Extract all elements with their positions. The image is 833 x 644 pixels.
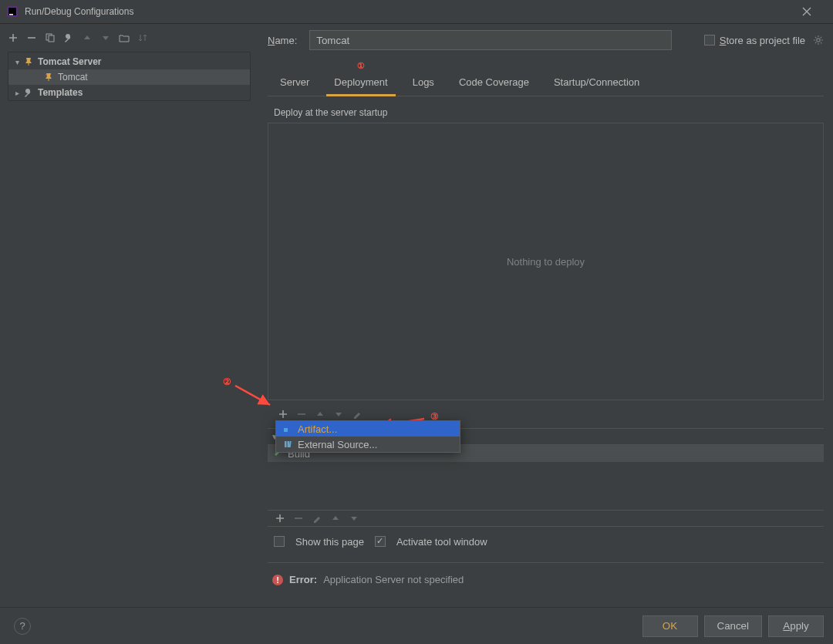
move-down-button [99, 31, 113, 45]
store-as-project-file-checkbox[interactable] [704, 35, 715, 46]
chevron-right-icon: ▸ [12, 89, 22, 97]
gear-icon[interactable] [813, 35, 824, 46]
name-label: Name: [268, 35, 297, 46]
error-message: Application Server not specified [323, 574, 464, 585]
tree-config-tomcat[interactable]: Tomcat [8, 69, 250, 85]
store-as-project-file-label: Store as project file [720, 35, 805, 46]
deploy-move-down-button [332, 408, 345, 420]
tab-server[interactable]: Server [268, 70, 322, 96]
tab-bar: Server Deployment ① Logs Code Coverage S… [268, 70, 824, 96]
library-icon [282, 439, 293, 450]
show-this-page-checkbox[interactable] [274, 536, 285, 547]
apply-button[interactable]: Apply [768, 615, 824, 637]
config-tree[interactable]: ▾ Tomcat Server Tomcat ▸ Templates [8, 52, 251, 101]
activate-tool-window-label: Activate tool window [396, 536, 487, 548]
artifact-icon [282, 423, 293, 434]
help-button[interactable]: ? [14, 618, 31, 635]
wrench-icon[interactable] [62, 31, 76, 45]
svg-rect-8 [288, 426, 292, 430]
copy-config-button[interactable] [43, 31, 57, 45]
popup-item-artifact[interactable]: Artifact... [276, 421, 460, 437]
tab-logs[interactable]: Logs [400, 70, 447, 96]
add-config-button[interactable] [6, 31, 20, 45]
before-launch-list[interactable]: Build [268, 445, 824, 510]
intellij-icon [6, 5, 19, 18]
cancel-button[interactable]: Cancel [704, 615, 763, 637]
svg-rect-2 [9, 14, 13, 15]
svg-rect-11 [289, 441, 292, 447]
sort-icon [136, 31, 150, 45]
bl-add-button[interactable] [274, 512, 286, 524]
error-label: Error: [289, 574, 317, 585]
config-name-input[interactable] [309, 30, 672, 50]
deploy-toolbar: Artifact... External Source... [277, 405, 824, 423]
titlebar: Run/Debug Configurations [0, 0, 833, 24]
folder-icon[interactable] [117, 31, 131, 45]
svg-point-5 [46, 74, 47, 76]
bl-move-up-button [329, 512, 342, 524]
deploy-empty-text: Nothing to deploy [507, 256, 585, 268]
bl-remove-button [292, 512, 305, 524]
annotation-1: ① [357, 61, 365, 71]
error-bar: ! Error: Application Server not specifie… [268, 562, 824, 581]
config-toolbar [0, 24, 252, 52]
deploy-section-label: Deploy at the server startup [274, 107, 824, 118]
tab-deployment[interactable]: Deployment ① [322, 70, 400, 96]
pin-icon [22, 56, 35, 68]
popup-item-external-source[interactable]: External Source... [276, 437, 460, 452]
svg-rect-4 [49, 35, 54, 42]
svg-rect-7 [284, 428, 288, 432]
tomcat-icon [42, 71, 55, 83]
close-button[interactable] [802, 7, 827, 16]
deploy-move-up-button [314, 408, 326, 420]
tree-templates[interactable]: ▸ Templates [8, 85, 250, 100]
error-icon: ! [272, 575, 283, 585]
deploy-add-button[interactable] [277, 408, 289, 420]
remove-config-button[interactable] [25, 31, 39, 45]
move-up-button [80, 31, 94, 45]
show-this-page-label: Show this page [295, 536, 364, 548]
chevron-down-icon: ▾ [12, 58, 22, 66]
wrench-icon [22, 86, 35, 99]
tree-group-tomcat-server[interactable]: ▾ Tomcat Server [8, 54, 250, 69]
svg-point-6 [817, 39, 820, 42]
svg-rect-10 [288, 441, 290, 447]
activate-tool-window-checkbox[interactable] [375, 536, 386, 547]
window-title: Run/Debug Configurations [25, 6, 802, 17]
deploy-list[interactable]: Nothing to deploy [268, 123, 824, 400]
deploy-add-popup: Artifact... External Source... [275, 420, 460, 453]
bl-move-down-button [348, 512, 360, 524]
before-launch-toolbar [268, 510, 824, 527]
deploy-remove-button [295, 408, 308, 420]
deploy-edit-button [351, 408, 363, 420]
tab-startup-connection[interactable]: Startup/Connection [541, 70, 652, 96]
bl-edit-button [311, 512, 323, 524]
svg-rect-9 [285, 441, 287, 447]
tab-code-coverage[interactable]: Code Coverage [447, 70, 541, 96]
ok-button[interactable]: OK [642, 615, 698, 637]
